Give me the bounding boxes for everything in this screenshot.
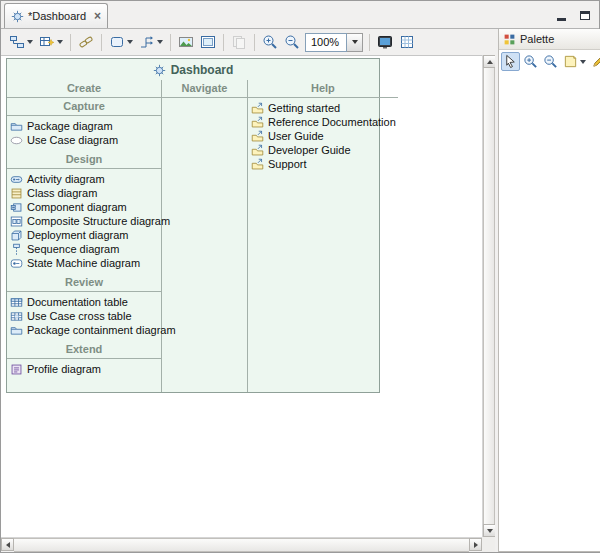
export-image-button[interactable] [175,31,197,53]
toolbar-separator [254,34,255,51]
help-item-getting-started[interactable]: Getting started [248,101,398,115]
chevron-down-icon[interactable] [57,40,63,44]
palette-body[interactable] [499,73,600,551]
create-item-sequence-diagram[interactable]: Sequence diagram [7,242,161,256]
editor-pane: 100% Dashboard [1,29,495,552]
capture-header: Capture [7,98,161,116]
create-item-state-machine-diagram[interactable]: State Machine diagram [7,256,161,270]
zoom-level-combo[interactable]: 100% [305,33,363,52]
toolbar-separator [101,34,102,51]
help-header: Help [248,80,398,98]
help-link-icon [251,144,264,157]
vertical-scrollbar[interactable] [482,55,495,537]
scroll-right-button[interactable] [469,538,482,551]
design-items: Activity diagram Class diagram Component… [7,169,161,270]
diagram-canvas[interactable]: Dashboard Create Capture Package [1,55,482,537]
item-label: Class diagram [27,187,97,199]
create-item-documentation-table[interactable]: Documentation table [7,295,161,309]
zoom-out-icon [543,54,558,69]
item-label: Use Case diagram [27,134,118,146]
scroll-left-button[interactable] [1,538,14,551]
item-label: Reference Documentation [268,116,396,128]
create-item-package-diagram[interactable]: Package diagram [7,119,161,133]
close-tab-icon[interactable]: × [94,11,101,21]
zoom-level-value[interactable]: 100% [305,33,347,52]
navigate-header: Navigate [162,80,247,98]
help-item-support[interactable]: Support [248,157,398,171]
create-item-profile-diagram[interactable]: Profile diagram [7,362,161,376]
grid-button[interactable] [396,31,418,53]
item-label: Profile diagram [27,363,101,375]
snapshot-button[interactable] [197,31,219,53]
content-row: 100% Dashboard [1,29,599,552]
use-case-diagram-icon [10,134,23,147]
dashboard-column-help: Help Getting started Reference Documenta… [248,80,398,392]
zoom-in-button[interactable] [259,31,281,53]
vertical-scrollbar-thumb[interactable] [483,68,495,524]
create-item-component-diagram[interactable]: Component diagram [7,200,161,214]
line-routing-icon [139,34,155,50]
item-label: User Guide [268,130,324,142]
package-containment-diagram-icon [10,324,23,337]
dashboard-title: Dashboard [7,59,379,80]
chevron-down-icon[interactable] [580,60,586,64]
grid-icon [399,34,415,50]
arrow-down-icon [487,529,493,533]
view-window-buttons [553,7,593,23]
zoom-out-button[interactable] [281,31,303,53]
maximize-view-button[interactable] [577,7,593,23]
palette-zoom-in-tool[interactable] [521,52,540,71]
item-label: Use Case cross table [27,310,132,322]
item-label: Package containment diagram [27,324,176,336]
app-window: *Dashboard × [0,0,600,553]
new-diagram-button[interactable] [6,31,36,53]
create-item-package-containment-diagram[interactable]: Package containment diagram [7,323,161,337]
dashboard-tab-icon [11,10,24,23]
item-label: Developer Guide [268,144,351,156]
chevron-down-icon[interactable] [157,40,163,44]
dashboard-column-create: Create Capture Package diagram [7,80,162,392]
line-routing-button[interactable] [136,31,166,53]
select-tool[interactable] [501,52,520,71]
minimize-view-button[interactable] [553,7,569,23]
chevron-down-icon[interactable] [27,40,33,44]
shape-style-button[interactable] [106,31,136,53]
create-item-use-case-diagram[interactable]: Use Case diagram [7,133,161,147]
scrollbar-corner [482,537,495,552]
pencil-icon [591,54,600,69]
horizontal-scrollbar[interactable] [1,537,482,552]
palette-title: Palette [520,33,600,45]
class-diagram-icon [10,187,23,200]
documentation-table-icon [10,296,23,309]
arrow-up-icon [487,60,493,64]
new-table-button[interactable] [36,31,66,53]
create-item-activity-diagram[interactable]: Activity diagram [7,172,161,186]
create-item-deployment-diagram[interactable]: Deployment diagram [7,228,161,242]
console-button[interactable] [374,31,396,53]
copy-icon [231,34,247,50]
note-tool[interactable] [561,52,588,71]
deployment-diagram-icon [10,229,23,242]
help-item-developer-guide[interactable]: Developer Guide [248,143,398,157]
image-icon [178,34,194,50]
help-item-reference-documentation[interactable]: Reference Documentation [248,115,398,129]
zoom-combo-dropdown[interactable] [347,33,363,52]
link-button[interactable] [75,31,97,53]
palette-zoom-out-tool[interactable] [541,52,560,71]
horizontal-scrollbar-thumb[interactable] [14,538,469,552]
chevron-down-icon[interactable] [127,40,133,44]
create-item-use-case-cross-table[interactable]: Use Case cross table [7,309,161,323]
copy-button[interactable] [228,31,250,53]
draw-tool[interactable] [589,52,600,71]
toolbar-separator [170,34,171,51]
help-link-icon [251,130,264,143]
editor-tab-title: *Dashboard [28,10,86,22]
arrow-right-icon [474,542,478,548]
editor-tab-dashboard[interactable]: *Dashboard × [4,3,108,28]
item-label: Getting started [268,102,340,114]
create-item-class-diagram[interactable]: Class diagram [7,186,161,200]
help-item-user-guide[interactable]: User Guide [248,129,398,143]
create-item-composite-structure-diagram[interactable]: Composite Structure diagram [7,214,161,228]
dashboard-column-navigate: Navigate [162,80,248,392]
palette-header[interactable]: Palette ▷ [499,29,600,50]
